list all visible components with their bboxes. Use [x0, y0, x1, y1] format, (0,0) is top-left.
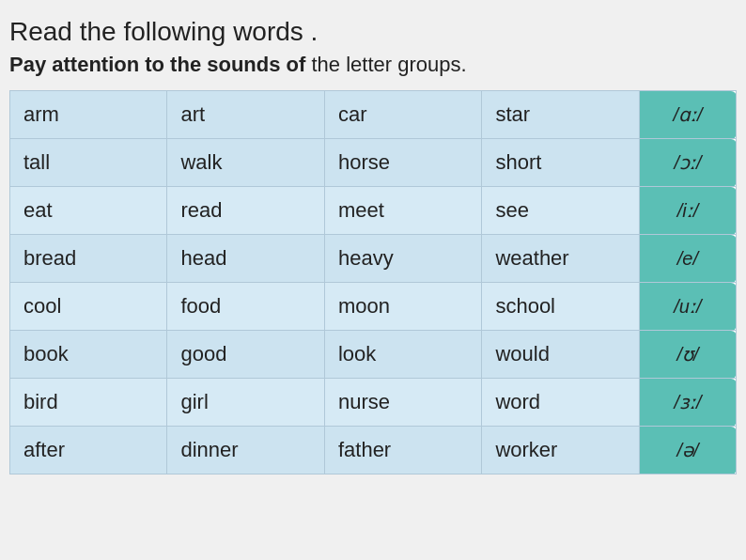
table-row: eatreadmeetsee/iː/ — [10, 187, 737, 235]
word-cell: after — [10, 427, 167, 474]
table-row: armartcarstar/ɑː/ — [10, 91, 737, 139]
word-cell: book — [10, 331, 167, 379]
table-row: bookgoodlookwould/ʊ/ — [10, 331, 737, 379]
subtitle-normal: the letter groups. — [305, 53, 466, 76]
word-cell: short — [482, 139, 639, 187]
word-cell: word — [482, 379, 639, 427]
word-cell: walk — [167, 139, 324, 187]
page-title: Read the following words . — [9, 17, 737, 47]
word-cell: dinner — [167, 427, 324, 474]
words-table: armartcarstar/ɑː/tallwalkhorseshort/ɔː/e… — [9, 90, 737, 474]
word-cell: meet — [324, 187, 481, 235]
word-cell: star — [482, 91, 639, 139]
word-cell: worker — [482, 427, 639, 474]
word-cell: cool — [10, 283, 167, 331]
phoneme-cell: /ə/ — [639, 427, 736, 474]
subtitle-bold: Pay attention to the sounds of — [9, 53, 305, 76]
word-cell: nurse — [324, 379, 481, 427]
word-cell: read — [167, 187, 324, 235]
word-cell: tall — [10, 139, 167, 187]
phoneme-cell: /ʊ/ — [639, 331, 736, 379]
table-row: coolfoodmoonschool/uː/ — [10, 283, 737, 331]
word-cell: car — [324, 91, 481, 139]
word-cell: school — [482, 283, 639, 331]
phoneme-cell: /ɜː/ — [639, 379, 736, 427]
word-cell: see — [482, 187, 639, 235]
page-subtitle: Pay attention to the sounds of the lette… — [9, 53, 737, 77]
phoneme-cell: /ɑː/ — [639, 91, 736, 139]
table-row: breadheadheavyweather/e/ — [10, 235, 737, 283]
word-cell: father — [324, 427, 481, 474]
word-cell: eat — [10, 187, 167, 235]
word-cell: horse — [324, 139, 481, 187]
word-cell: good — [167, 331, 324, 379]
phoneme-cell: /uː/ — [639, 283, 736, 331]
phoneme-cell: /iː/ — [639, 187, 736, 235]
phoneme-cell: /ɔː/ — [639, 139, 736, 187]
word-cell: would — [482, 331, 639, 379]
word-cell: girl — [167, 379, 324, 427]
table-row: tallwalkhorseshort/ɔː/ — [10, 139, 737, 187]
word-cell: head — [167, 235, 324, 283]
table-row: afterdinnerfatherworker/ə/ — [10, 427, 737, 474]
word-cell: bread — [10, 235, 167, 283]
word-cell: art — [167, 91, 324, 139]
word-cell: moon — [324, 283, 481, 331]
word-cell: look — [324, 331, 481, 379]
table-row: birdgirlnurseword/ɜː/ — [10, 379, 737, 427]
word-cell: arm — [10, 91, 167, 139]
word-cell: heavy — [324, 235, 481, 283]
word-cell: food — [167, 283, 324, 331]
word-cell: weather — [482, 235, 639, 283]
phoneme-cell: /e/ — [639, 235, 736, 283]
word-cell: bird — [10, 379, 167, 427]
